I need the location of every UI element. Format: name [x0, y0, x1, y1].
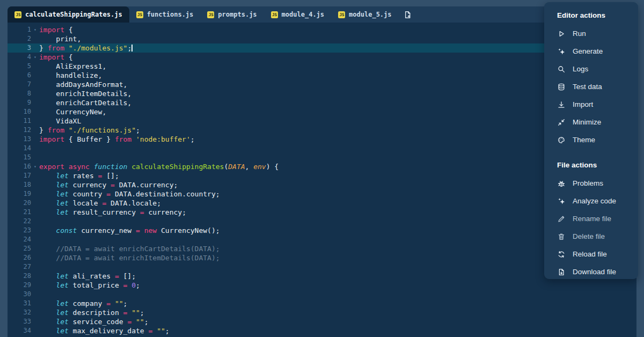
- action-label: Run: [573, 30, 586, 38]
- sparkle-icon: [557, 47, 566, 56]
- action-import[interactable]: Import: [544, 96, 638, 113]
- bug-icon: [557, 179, 566, 188]
- code-line-2[interactable]: 2 print,: [8, 34, 636, 43]
- action-run[interactable]: Run: [544, 25, 638, 42]
- fold-arrow-icon[interactable]: ▾: [31, 53, 39, 62]
- action-test-data[interactable]: Test data: [544, 78, 638, 96]
- code-text: let total_price = 0;: [39, 281, 636, 290]
- search-icon: [557, 65, 566, 74]
- action-download-file[interactable]: Download file: [544, 263, 638, 279]
- code-line-15[interactable]: 15: [8, 153, 636, 162]
- line-number: 5: [8, 62, 31, 71]
- code-line-32[interactable]: 32 let description = "";: [8, 308, 636, 317]
- file-actions-section: File actions ProblemsAnalyze codeRename …: [544, 157, 638, 279]
- code-line-14[interactable]: 14: [8, 144, 636, 153]
- code-line-18[interactable]: 18 let currency = DATA.currency;: [8, 180, 636, 189]
- js-file-icon: JS: [136, 11, 143, 18]
- code-line-28[interactable]: 28 let ali_rates = [];: [8, 272, 636, 281]
- code-line-33[interactable]: 33 let service_code = "";: [8, 317, 636, 326]
- import-icon: [557, 100, 566, 109]
- code-line-25[interactable]: 25 //DATA = await enrichCartDetails(DATA…: [8, 244, 636, 253]
- action-delete-file[interactable]: Delete file: [544, 228, 638, 245]
- code-line-16[interactable]: 16▾export async function calculateShippi…: [8, 162, 636, 171]
- code-line-10[interactable]: 10 CurrencyNew,: [8, 107, 636, 116]
- code-line-4[interactable]: 4▾import {: [8, 53, 636, 62]
- palette-icon: [557, 136, 566, 144]
- action-label: Problems: [573, 179, 603, 187]
- code-line-11[interactable]: 11 VidaXL: [8, 116, 636, 126]
- line-number: 17: [8, 171, 31, 180]
- line-number: 4: [8, 53, 31, 62]
- code-line-23[interactable]: 23 const currency_new = new CurrencyNew(…: [8, 226, 636, 235]
- action-analyze-code[interactable]: Analyze code: [544, 192, 638, 210]
- line-number: 33: [8, 317, 31, 326]
- code-line-19[interactable]: 19 let country = DATA.destination.countr…: [8, 189, 636, 199]
- action-theme[interactable]: Theme: [544, 131, 638, 149]
- fold-gutter: [31, 135, 39, 144]
- code-line-6[interactable]: 6 handlelize,: [8, 71, 636, 80]
- line-number: 31: [8, 299, 31, 308]
- code-line-17[interactable]: 17 let rates = [];: [8, 171, 636, 180]
- actions-sidebar: Editor actions RunGenerateLogsTest dataI…: [544, 2, 638, 279]
- action-problems[interactable]: Problems: [544, 174, 638, 192]
- fold-gutter: [31, 299, 39, 308]
- action-reload-file[interactable]: Reload file: [544, 245, 638, 263]
- code-line-24[interactable]: 24: [8, 235, 636, 244]
- tab-calculateshippingrates-js[interactable]: JScalculateShippingRates.js: [8, 6, 129, 23]
- line-number: 24: [8, 235, 31, 244]
- code-line-29[interactable]: 29 let total_price = 0;: [8, 281, 636, 290]
- code-line-22[interactable]: 22: [8, 217, 636, 226]
- fold-gutter: [31, 71, 39, 80]
- code-line-20[interactable]: 20 let locale = DATA.locale;: [8, 199, 636, 208]
- action-label: Import: [573, 100, 593, 108]
- code-line-21[interactable]: 21 let result_currency = currency;: [8, 208, 636, 217]
- code-line-31[interactable]: 31 let company = "";: [8, 299, 636, 308]
- run-icon: [557, 30, 566, 38]
- fold-gutter: [31, 144, 39, 153]
- code-line-30[interactable]: 30: [8, 290, 636, 299]
- code-line-12[interactable]: 12} from "./functions.js";: [8, 126, 636, 135]
- action-label: Rename file: [573, 215, 611, 223]
- tab-module_5-js[interactable]: JSmodule_5.js: [331, 6, 398, 23]
- line-number: 14: [8, 144, 31, 153]
- js-file-icon: JS: [271, 11, 278, 18]
- line-number: 7: [8, 80, 31, 89]
- code-line-26[interactable]: 26 //DATA = await enrichItemDetails(DATA…: [8, 253, 636, 262]
- action-rename-file[interactable]: Rename file: [544, 210, 638, 228]
- code-line-7[interactable]: 7 addDaysAndFormat,: [8, 80, 636, 89]
- fold-gutter: [31, 89, 39, 98]
- new-file-button[interactable]: [399, 6, 417, 23]
- code-line-5[interactable]: 5 AliExpress1,: [8, 62, 636, 71]
- tab-prompts-js[interactable]: JSprompts.js: [200, 6, 264, 23]
- action-logs[interactable]: Logs: [544, 60, 638, 78]
- js-file-icon: JS: [207, 11, 214, 18]
- action-minimize[interactable]: Minimize: [544, 113, 638, 131]
- code-line-13[interactable]: 13import { Buffer } from 'node:buffer';: [8, 135, 636, 144]
- fold-gutter: [31, 171, 39, 180]
- fold-arrow-icon[interactable]: ▾: [31, 25, 39, 34]
- trash-icon: [557, 232, 566, 241]
- code-editor[interactable]: 1▾import {2 print,3} from "./modules.js"…: [8, 23, 636, 337]
- code-text: let max_delivery_date = "";: [39, 326, 636, 335]
- fold-gutter: [31, 62, 39, 71]
- code-line-3[interactable]: 3} from "./modules.js";: [8, 43, 636, 53]
- line-number: 20: [8, 199, 31, 208]
- code-line-34[interactable]: 34 let max_delivery_date = "";: [8, 326, 636, 335]
- fold-gutter: [31, 107, 39, 116]
- action-label: Test data: [573, 83, 602, 91]
- line-number: 26: [8, 253, 31, 262]
- editor-actions-section: Editor actions RunGenerateLogsTest dataI…: [544, 8, 638, 149]
- fold-gutter: [31, 281, 39, 290]
- action-label: Minimize: [573, 118, 601, 126]
- tab-functions-js[interactable]: JSfunctions.js: [129, 6, 201, 23]
- action-generate[interactable]: Generate: [544, 42, 638, 60]
- tab-module_4-js[interactable]: JSmodule_4.js: [264, 6, 331, 23]
- code-line-8[interactable]: 8 enrichItemDetails,: [8, 89, 636, 98]
- code-line-9[interactable]: 9 enrichCartDetails,: [8, 98, 636, 107]
- file-tabs: JScalculateShippingRates.jsJSfunctions.j…: [8, 6, 399, 23]
- tab-label: prompts.js: [218, 11, 257, 18]
- fold-gutter: [31, 317, 39, 326]
- code-line-27[interactable]: 27: [8, 262, 636, 272]
- fold-arrow-icon[interactable]: ▾: [31, 162, 39, 171]
- code-line-1[interactable]: 1▾import {: [8, 25, 636, 34]
